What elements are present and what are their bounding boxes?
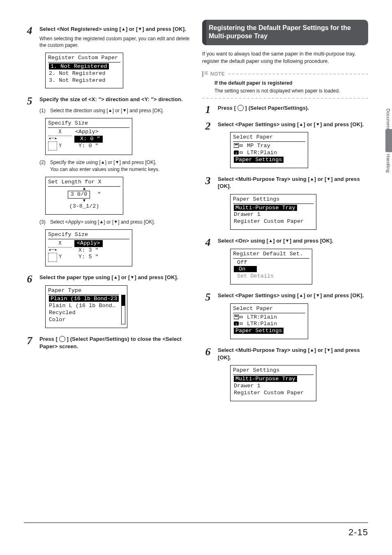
step-number: 7 — [24, 335, 35, 350]
step-title: Select <Multi-Purpose Tray> using [] or … — [218, 176, 368, 190]
step-7: 7 Press [ ] (Select Paper/Settings) to c… — [24, 335, 190, 350]
r-step-6: 6 Select <Multi-Purpose Tray> using [] o… — [202, 347, 368, 403]
t: MP Tray — [244, 143, 270, 149]
substep-text: Specify the size using [] or [] and pres… — [50, 159, 159, 172]
step-number: 2 — [202, 121, 214, 170]
step-number: 5 — [202, 292, 214, 341]
step-title: Select <Paper Settings> using [] or [] a… — [218, 121, 368, 128]
lcd-title: Register Default Set. — [233, 251, 309, 259]
lcd-row: Recycled — [48, 310, 119, 317]
lcd-row-selected: On — [234, 266, 257, 272]
up-triangle-icon: ▲ — [48, 187, 120, 190]
svg-rect-0 — [234, 143, 239, 148]
lcd-title: Register Custom Paper — [48, 55, 120, 62]
t: ] or [ — [314, 347, 326, 353]
lcd-row-selected: Multi-Purpose Tray — [234, 376, 297, 382]
xy-diagram: X ◂┄┄▸ Y — [48, 129, 72, 150]
lcd-title: Specify Size — [48, 231, 129, 239]
substep-number: (1) — [39, 107, 48, 114]
lcd-row: 3. Not Registered — [48, 77, 120, 84]
note-body: If the default paper is registered The s… — [214, 80, 368, 94]
t: ] and press [OK]. — [290, 238, 333, 244]
r-step-2: 2 Select <Paper Settings> using [] or []… — [202, 121, 368, 170]
step-number: 5 — [24, 96, 35, 268]
t: ] and press [OK]. — [320, 292, 364, 298]
r-step-4: 4 Select <On> using [] or [] and press [… — [202, 237, 368, 286]
t: Select <Apply> using [ — [50, 219, 99, 225]
lcd-title: Select Paper — [233, 305, 305, 313]
up-triangle-icon — [310, 347, 314, 353]
svg-rect-5 — [235, 316, 238, 317]
lcd-range: (3-8_1/2) — [48, 203, 120, 210]
t: Select the direction using [ — [50, 108, 108, 113]
substep-1: (1) Select the direction using [] or [] … — [39, 107, 190, 114]
note-title: If the default paper is registered — [214, 80, 368, 87]
step-6: 6 Select the paper type using [] or [] a… — [24, 274, 190, 330]
footer-rule — [24, 523, 368, 523]
lcd-title: Paper Type — [48, 287, 119, 295]
section-heading: Registering the Default Paper Settings f… — [202, 20, 368, 45]
lcd-row-selected: <Apply> — [74, 240, 103, 247]
svg-rect-4 — [234, 315, 239, 319]
substep-3: (3) Select <Apply> using [] or [] and pr… — [39, 219, 190, 225]
lcd-row: Plain L (16 lb Bond… — [48, 303, 119, 310]
down-triangle-icon — [326, 176, 331, 182]
step-number: 4 — [24, 25, 35, 90]
substep-number: (2) — [39, 159, 48, 172]
note-label: NOTE — [210, 71, 225, 77]
r-step-3: 3 Select <Multi-Purpose Tray> using [] o… — [202, 176, 368, 232]
side-tab: Document and Paper Handling — [382, 109, 392, 215]
lcd-row: Register Custom Paper — [233, 390, 314, 397]
mp-tray-icon — [234, 314, 243, 319]
lcd-title: Paper Settings — [233, 367, 314, 375]
t: ] or [ — [314, 176, 326, 182]
note-dash — [228, 74, 368, 74]
drawer-icon: 1 — [234, 321, 243, 326]
down-triangle-icon — [285, 238, 290, 244]
lcd-row: 1 LTR:Plain — [233, 150, 305, 157]
t: Select the paper type using [ — [39, 274, 113, 280]
lcd-row: Drawer 1 — [233, 211, 314, 218]
t: LTR:Plain — [244, 321, 277, 327]
lcd-title: Paper Settings — [233, 196, 314, 204]
lcd-apply: <Apply> — [74, 129, 129, 136]
lcd-specify-size-2: Specify Size X ◂┄┄▸ Y <Apply> X: 3 " Y: … — [45, 229, 132, 266]
lcd-row-selected: 1. Not Registered — [49, 63, 109, 69]
lcd-select-paper-2: Select Paper LTR:Plain 1 LTR:Plain Paper… — [230, 303, 308, 340]
lcd-specify-size-1: Specify Size X ◂┄┄▸ Y <Apply> X: 0 " Y: … — [45, 118, 132, 155]
t: Press [ — [39, 336, 59, 342]
t: Specify the size using [ — [50, 160, 101, 165]
lcd-row: Drawer 1 — [233, 383, 314, 390]
lcd-row-disabled: Set Details — [233, 273, 309, 280]
note-flag-icon — [202, 71, 207, 77]
lcd-row: Register Custom Paper — [233, 218, 314, 225]
svg-text:1: 1 — [235, 151, 238, 155]
t: ] or [ — [104, 219, 113, 225]
lcd-paper-type: Paper Type Plain (16 lb Bond-23 Plain L … — [45, 285, 127, 328]
step-subtext: When selecting the registered custom pap… — [39, 35, 190, 49]
down-triangle-icon — [130, 274, 134, 280]
up-triangle-icon — [113, 274, 118, 280]
t: ] (Select Paper/Settings). — [244, 105, 309, 111]
step-title: Select <Multi-Purpose Tray> using [] or … — [218, 347, 368, 361]
t: LTR:Plain — [244, 314, 277, 320]
t: ] or [ — [118, 274, 130, 280]
manual-page: Document and Paper Handling 4 Select <No… — [0, 0, 392, 555]
right-column: Registering the Default Paper Settings f… — [202, 20, 368, 403]
note-desc: The setting screen is not displayed when… — [214, 88, 368, 94]
circle-button-icon — [59, 336, 65, 342]
t: Select <Not Registered> using [ — [39, 26, 121, 32]
side-tab-marker — [385, 129, 392, 152]
lcd-scrollbar — [121, 295, 125, 324]
up-triangle-icon — [108, 107, 113, 113]
step-number: 1 — [202, 104, 214, 115]
down-triangle-icon — [122, 107, 127, 113]
t: Select <On> using [ — [218, 238, 268, 244]
lcd-row-selected: Plain (16 lb Bond-23 — [49, 296, 119, 302]
lcd-row-selected: Paper Settings — [234, 157, 284, 163]
t: ] and press [OK]. — [118, 219, 155, 225]
step-number: 4 — [202, 237, 214, 286]
t: Select <Paper Settings> using [ — [218, 121, 299, 127]
lcd-row: LTR:Plain — [233, 314, 305, 321]
t: ] and press [OK]. — [134, 274, 178, 280]
